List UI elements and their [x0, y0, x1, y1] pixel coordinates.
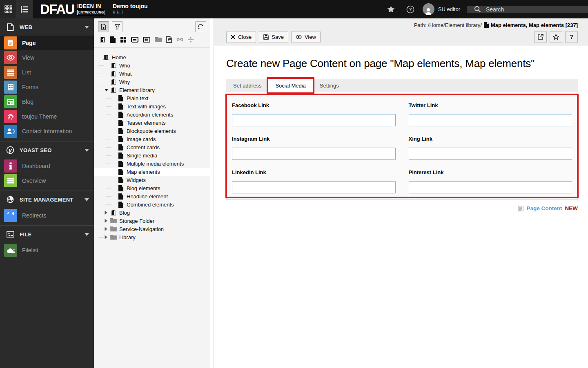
tree-item-home[interactable]: Home — [94, 53, 210, 61]
tree-item-map-elements[interactable]: Map elements — [94, 168, 210, 176]
badge-label: Page Content — [526, 205, 562, 211]
tree-item-library[interactable]: Library — [94, 233, 210, 241]
sidebar-item-contact-information[interactable]: Contact Information — [0, 124, 94, 139]
xing-link-input[interactable] — [409, 148, 572, 160]
tab-settings[interactable]: Settings — [313, 79, 346, 92]
tree-item-element-library[interactable]: Element library — [94, 86, 210, 94]
folder-icon — [110, 235, 117, 240]
shortcut-icon[interactable] — [166, 36, 172, 43]
sidebar-section-header-site-management[interactable]: SITE MANAGEMENT — [0, 191, 94, 208]
tree-item-label: Storage Folder — [119, 218, 154, 224]
sidebar-item-toujou-theme[interactable]: toujou Theme — [0, 109, 94, 124]
sidebar-item-page[interactable]: Page — [0, 36, 94, 50]
sidebar-section-header-web[interactable]: WEB — [0, 18, 94, 36]
pagetree-toggle-icon[interactable] — [16, 0, 33, 18]
bookmark-button[interactable] — [550, 31, 562, 43]
tree-item-label: Widgets — [127, 177, 146, 183]
filter-button[interactable] — [112, 21, 123, 32]
tree-item-text-with-images[interactable]: Text with images — [94, 102, 210, 110]
door-page-icon[interactable] — [99, 36, 106, 43]
caret-down-icon[interactable] — [105, 88, 110, 92]
tree-item-blockquote-elements[interactable]: Blockquote elements — [94, 127, 210, 135]
username: SU editor — [438, 6, 460, 12]
refresh-tree-button[interactable] — [195, 21, 206, 32]
field-linkedin-link: LinkedIn Link — [232, 167, 396, 193]
tree-item-plain-text[interactable]: Plain text — [94, 94, 210, 102]
sidebar-item-forms[interactable]: Forms — [0, 80, 94, 94]
field-label: Xing Link — [409, 136, 572, 142]
tree-item-who[interactable]: Who — [94, 61, 210, 70]
tree-item-storage-folder[interactable]: Storage Folder — [94, 217, 210, 225]
user-menu[interactable]: SU editor — [420, 3, 467, 15]
caret-right-icon[interactable] — [105, 211, 110, 215]
sidebar-item-dashboard[interactable]: Dashboard — [0, 159, 94, 173]
tree-item-single-media[interactable]: Single media — [94, 151, 210, 159]
tree-content-splitter[interactable] — [210, 18, 214, 368]
tree-item-teaser-elements[interactable]: Teaser elements — [94, 119, 210, 127]
tab-label: Settings — [320, 83, 339, 89]
tree-indent — [97, 119, 112, 127]
recycler-icon[interactable] — [143, 37, 150, 43]
close-x-icon — [231, 35, 235, 39]
linkedin-link-input[interactable] — [232, 181, 396, 193]
tree-indent — [97, 78, 105, 86]
sidebar-item-view[interactable]: View — [0, 50, 94, 65]
document-icon — [117, 128, 124, 134]
caret-right-icon[interactable] — [105, 235, 110, 239]
grid4-icon[interactable] — [120, 36, 127, 43]
sidebar-section-web: WEBPageViewListFormsBlogtoujou ThemeCont… — [0, 18, 94, 141]
sidebar-item-redirects[interactable]: Redirects — [0, 208, 94, 223]
docheader-help-button[interactable]: ? — [565, 31, 578, 43]
close-button[interactable]: Close — [226, 31, 256, 43]
folder-gray-icon[interactable] — [155, 37, 162, 42]
contact-icon — [4, 125, 17, 138]
instagram-link-input[interactable] — [232, 148, 396, 160]
tree-item-blog-elements[interactable]: Blog elements — [94, 184, 210, 192]
bookmark-star-icon[interactable] — [381, 0, 401, 18]
divider-icon[interactable] — [188, 37, 194, 43]
tree-item-service-navigation[interactable]: Service-Navigation — [94, 225, 210, 233]
tree-item-widgets[interactable]: Widgets — [94, 176, 210, 184]
tree-item-headline-element[interactable]: Headline element — [94, 192, 210, 200]
tree-item-label: Combined elements — [127, 202, 174, 208]
sidebar-section-header-file[interactable]: FILE — [0, 226, 94, 243]
module-menu-toggle-icon[interactable] — [0, 0, 16, 18]
sidebar-section-header-yoast-seo[interactable]: yYOAST SEO — [0, 141, 94, 159]
record-title: Map elements, Map elements [237] — [491, 22, 578, 28]
tree-item-what[interactable]: What — [94, 70, 210, 78]
tree-item-blog[interactable]: Blog — [94, 209, 210, 217]
fingerprint-icon — [4, 110, 17, 123]
search-bar[interactable]: Search — [467, 6, 588, 13]
sidebar-item-blog[interactable]: Blog — [0, 94, 94, 109]
document-icon — [117, 193, 124, 200]
save-button[interactable]: Save — [259, 31, 288, 43]
tree-item-why[interactable]: Why — [94, 78, 210, 86]
caret-right-icon[interactable] — [105, 219, 110, 223]
logo-main: DFAU — [40, 2, 74, 16]
tree-item-accordion-elements[interactable]: Accordion elements — [94, 110, 210, 119]
tab-social-media[interactable]: Social Media — [268, 79, 312, 92]
caret-right-icon[interactable] — [105, 227, 110, 231]
tab-set-address[interactable]: Set address — [226, 79, 268, 92]
tree-item-image-cards[interactable]: Image cards — [94, 135, 210, 143]
mountpoint-icon[interactable] — [131, 37, 138, 43]
sidebar-section-site-management: SITE MANAGEMENTRedirects — [0, 191, 94, 225]
pinterest-link-input[interactable] — [409, 181, 572, 193]
view-button[interactable]: View — [291, 31, 321, 43]
doc-icon[interactable] — [110, 36, 116, 43]
sidebar-item-overview[interactable]: Overview — [0, 173, 94, 188]
help-icon[interactable]: ? — [401, 0, 420, 18]
tree-item-multiple-media-elements[interactable]: Multiple media elements — [94, 159, 210, 168]
sidebar-item-filelist[interactable]: Filelist — [0, 243, 94, 258]
page-tree: HomeWhoWhatWhyElement libraryPlain textT… — [94, 48, 210, 247]
twitter-link-input[interactable] — [409, 114, 572, 126]
tree-item-content-cards[interactable]: Content cards — [94, 143, 210, 151]
sidebar-item-list[interactable]: List — [0, 65, 94, 80]
tree-item-combined-elements[interactable]: Combined elements — [94, 200, 210, 209]
open-in-new-window-button[interactable] — [534, 31, 547, 43]
facebook-link-input[interactable] — [232, 114, 396, 126]
new-page-button[interactable] — [98, 21, 109, 32]
dfau-logo[interactable]: DFAU IDEEN IN ENTWICKLUNG — [33, 0, 107, 18]
link-icon[interactable] — [176, 38, 183, 42]
tree-item-label: Teaser elements — [127, 120, 165, 126]
